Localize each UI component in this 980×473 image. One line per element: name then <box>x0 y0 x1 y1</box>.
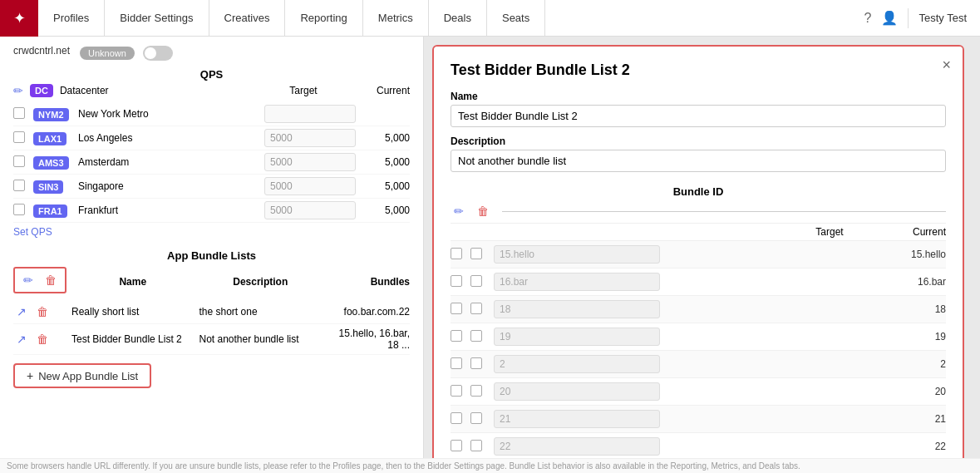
qps-row-nym2: NYM2 New York Metro <box>13 102 410 126</box>
modal-check2-5[interactable] <box>470 385 482 397</box>
badge-fra1: FRA1 <box>33 204 67 218</box>
bundle-id-input-3[interactable] <box>494 328 660 346</box>
modal-title: Test Bidder Bundle List 2 <box>451 62 946 79</box>
nav-tab-deals[interactable]: Deals <box>429 0 487 37</box>
target-nym2[interactable] <box>264 105 356 123</box>
right-panel: Test Bidder Bundle List 2 × Name Descrip… <box>424 37 980 473</box>
target-fra1[interactable] <box>264 201 356 219</box>
badge-lax1: LAX1 <box>33 132 66 145</box>
name-label: Name <box>451 91 946 102</box>
modal-current-0: 15.hello <box>879 249 946 260</box>
set-qps-link[interactable]: Set QPS <box>13 226 410 238</box>
open-bundle-2-btn[interactable]: ↗ <box>13 331 30 347</box>
target-ams3[interactable] <box>264 153 356 171</box>
left-panel: crwdcntrl.net Unknown QPS ✏ DC Datacente… <box>0 37 424 473</box>
modal-row-1: 16.bar <box>451 269 946 296</box>
modal-check-3[interactable] <box>451 330 462 342</box>
col-target-header: Target <box>254 85 353 96</box>
bundle-id-input-2[interactable] <box>494 300 660 318</box>
bundle-id-input-1[interactable] <box>494 273 660 291</box>
bundle-id-input-7[interactable] <box>494 437 660 456</box>
desc-input[interactable] <box>451 150 946 172</box>
check-fra1[interactable] <box>13 204 25 215</box>
nav-tab-bidder-settings[interactable]: Bidder Settings <box>105 0 209 37</box>
nav-tab-profiles[interactable]: Profiles <box>38 0 105 37</box>
nav-tab-creatives[interactable]: Creatives <box>209 0 286 37</box>
modal-col-current: Current <box>879 226 946 238</box>
modal-delete-btn[interactable]: 🗑 <box>474 203 492 219</box>
bundle-edit-btn[interactable]: ✏ <box>20 272 37 288</box>
modal-edit-btn[interactable]: ✏ <box>451 203 467 219</box>
modal-check-5[interactable] <box>451 385 462 397</box>
modal-check-7[interactable] <box>451 440 462 451</box>
plus-icon: + <box>27 369 33 382</box>
nav-tab-metrics[interactable]: Metrics <box>363 0 429 37</box>
bundle-title: App Bundle Lists <box>13 249 410 262</box>
modal-check-6[interactable] <box>451 412 462 424</box>
name-input[interactable] <box>451 105 946 127</box>
new-bundle-btn[interactable]: + New App Bundle List <box>13 363 151 388</box>
modal-check2-7[interactable] <box>470 440 482 451</box>
dc-header-row: ✏ DC Datacenter Target Current <box>13 84 410 97</box>
help-icon[interactable]: ? <box>864 11 872 26</box>
bundle-id-input-0[interactable] <box>494 245 660 264</box>
modal-check-4[interactable] <box>451 357 462 369</box>
bundle-delete-btn[interactable]: 🗑 <box>42 272 60 288</box>
modal-close-btn[interactable]: × <box>942 57 951 74</box>
modal-row-7: 22 <box>451 433 946 461</box>
name-ams3: Amsterdam <box>78 156 260 168</box>
badge-sin3: SIN3 <box>33 180 63 194</box>
desc-label: Description <box>451 135 946 147</box>
modal-current-2: 18 <box>879 303 946 315</box>
check-ams3[interactable] <box>13 155 25 167</box>
modal-check2-1[interactable] <box>470 275 482 287</box>
open-bundle-1-btn[interactable]: ↗ <box>13 303 30 320</box>
check-sin3[interactable] <box>13 180 25 191</box>
nav-divider <box>908 8 909 28</box>
top-nav: ✦ Profiles Bidder Settings Creatives Rep… <box>0 0 980 37</box>
bundle-id-input-4[interactable] <box>494 355 660 373</box>
modal-check2-3[interactable] <box>470 330 482 342</box>
target-sin3[interactable] <box>264 177 356 195</box>
user-icon[interactable]: 👤 <box>881 10 898 26</box>
new-bundle-label: New App Bundle List <box>38 370 138 382</box>
bundle-2-name: Test Bidder Bundle List 2 <box>71 333 199 345</box>
bundle-col-bundles: Bundles <box>327 276 410 288</box>
nav-tab-seats[interactable]: Seats <box>487 0 545 37</box>
modal-check-0[interactable] <box>451 248 462 259</box>
modal-current-1: 16.bar <box>879 276 946 288</box>
qps-edit-icon[interactable]: ✏ <box>13 84 23 97</box>
delete-bundle-1-btn[interactable]: 🗑 <box>33 303 52 320</box>
modal-current-5: 20 <box>879 386 946 397</box>
bundle-id-input-5[interactable] <box>494 382 660 401</box>
bundle-1-bundles: foo.bar.com.22 <box>327 306 410 318</box>
modal-check2-4[interactable] <box>470 357 482 369</box>
modal-check2-0[interactable] <box>470 248 482 259</box>
current-fra1: 5,000 <box>360 204 410 216</box>
site-label: crwdcntrl.net <box>13 45 70 57</box>
modal-row-2: 18 <box>451 296 946 323</box>
modal-check-2[interactable] <box>451 303 462 314</box>
bundle-toolbar: ✏ 🗑 <box>13 267 66 293</box>
col-current-header: Current <box>360 85 410 96</box>
modal-check2-6[interactable] <box>470 412 482 424</box>
name-nym2: New York Metro <box>78 108 260 120</box>
modal-row-5: 20 <box>451 378 946 406</box>
bundle-1-desc: the short one <box>199 306 327 318</box>
current-ams3: 5,000 <box>360 156 410 168</box>
bundle-2-desc: Not another bundle list <box>199 333 327 345</box>
bundle-section: App Bundle Lists ✏ 🗑 Name Description Bu… <box>13 249 410 388</box>
status-badge: Unknown <box>80 47 135 60</box>
modal-check2-2[interactable] <box>470 303 482 314</box>
delete-bundle-2-btn[interactable]: 🗑 <box>33 331 52 347</box>
qps-row-fra1: FRA1 Frankfurt 5,000 <box>13 199 410 223</box>
bundle-id-input-6[interactable] <box>494 410 660 428</box>
nav-tab-reporting[interactable]: Reporting <box>285 0 362 37</box>
target-lax1[interactable] <box>264 129 356 147</box>
modal-check-1[interactable] <box>451 275 462 287</box>
logo[interactable]: ✦ <box>0 0 38 37</box>
toggle-switch[interactable] <box>143 46 173 61</box>
check-nym2[interactable] <box>13 107 25 119</box>
check-lax1[interactable] <box>13 131 25 143</box>
qps-row-lax1: LAX1 Los Angeles 5,000 <box>13 126 410 150</box>
